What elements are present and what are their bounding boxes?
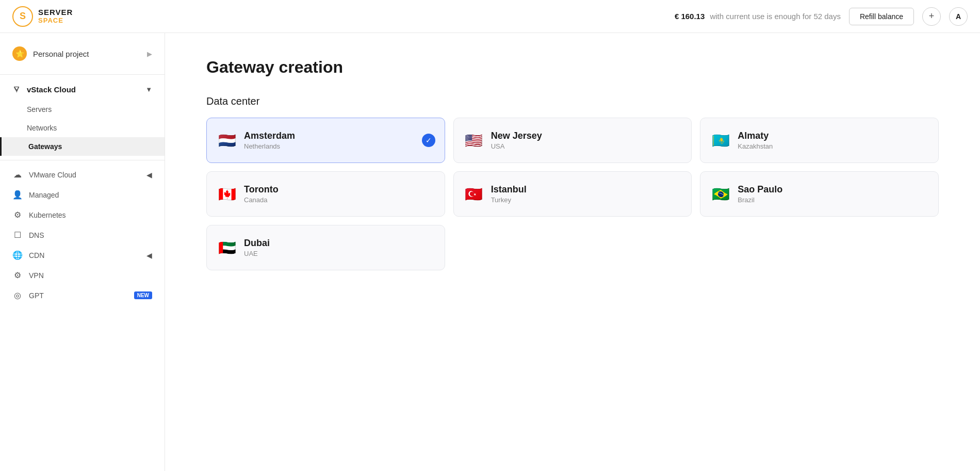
chevron-right-icon: ▶ xyxy=(147,50,152,58)
main-content: Gateway creation Data center 🇳🇱 Amsterda… xyxy=(165,33,980,471)
datacenter-card-toronto[interactable]: 🇨🇦 Toronto Canada xyxy=(206,171,445,217)
cdn-arrow-icon: ◀ xyxy=(146,251,152,259)
dc-country-istanbul: Turkey xyxy=(491,196,681,204)
flag-icon-istanbul: 🇹🇷 xyxy=(464,184,484,204)
logo-icon: S xyxy=(12,6,33,27)
datacenter-card-istanbul[interactable]: 🇹🇷 Istanbul Turkey xyxy=(453,171,692,217)
sidebar-service-kubernetes[interactable]: ⚙ Kubernetes xyxy=(0,205,165,225)
sidebar-item-networks[interactable]: Networks xyxy=(0,119,165,137)
balance-amount: € 160.13 xyxy=(675,12,705,21)
project-icon: ⭐ xyxy=(12,46,27,61)
cdn-label: CDN xyxy=(29,251,44,259)
dns-label: DNS xyxy=(29,231,44,239)
header: S SERVER SPACE € 160.13 with current use… xyxy=(0,0,980,33)
managed-icon: 👤 xyxy=(12,190,23,200)
vstack-icon: ⛛ xyxy=(12,84,22,95)
sidebar-service-managed[interactable]: 👤 Managed xyxy=(0,185,165,205)
project-name: Personal project xyxy=(33,50,89,58)
sidebar: ⭐ Personal project ▶ ⛛ vStack Cloud ▼ Se… xyxy=(0,33,165,471)
layout: ⭐ Personal project ▶ ⛛ vStack Cloud ▼ Se… xyxy=(0,33,980,471)
vmware-arrow-icon: ◀ xyxy=(146,171,152,179)
add-button[interactable]: + xyxy=(922,7,941,26)
dns-icon: ☐ xyxy=(12,230,23,240)
dc-city-sao-paulo: Sao Paulo xyxy=(738,184,928,195)
vmware-label: VMware Cloud xyxy=(29,171,76,179)
dc-city-dubai: Dubai xyxy=(244,238,434,249)
sidebar-item-gateways[interactable]: Gateways xyxy=(0,137,165,156)
dc-country-dubai: UAE xyxy=(244,250,434,257)
avatar[interactable]: A xyxy=(949,7,968,26)
sidebar-project-section: ⭐ Personal project ▶ xyxy=(0,41,165,70)
kubernetes-icon: ⚙ xyxy=(12,210,23,220)
datacenter-grid: 🇳🇱 Amsterdam Netherlands ✓ 🇺🇸 New Jersey… xyxy=(206,118,939,270)
sidebar-vstack-header[interactable]: ⛛ vStack Cloud ▼ xyxy=(0,79,165,100)
sidebar-service-dns[interactable]: ☐ DNS xyxy=(0,225,165,245)
dc-country-toronto: Canada xyxy=(244,196,434,204)
dc-city-istanbul: Istanbul xyxy=(491,184,681,195)
sidebar-service-gpt[interactable]: ◎ GPT NEW xyxy=(0,285,165,305)
dc-country-almaty: Kazakhstan xyxy=(738,142,928,150)
logo-text: SERVER SPACE xyxy=(38,8,73,24)
chevron-down-icon: ▼ xyxy=(145,86,152,93)
sidebar-project[interactable]: ⭐ Personal project ▶ xyxy=(0,41,165,66)
balance-display: € 160.13 with current use is enough for … xyxy=(675,12,841,21)
datacenter-card-almaty[interactable]: 🇰🇿 Almaty Kazakhstan xyxy=(700,118,939,163)
logo-server-label: SERVER xyxy=(38,8,73,17)
dc-city-toronto: Toronto xyxy=(244,184,434,195)
vpn-label: VPN xyxy=(29,271,44,280)
sidebar-service-cdn[interactable]: 🌐 CDN ◀ xyxy=(0,245,165,265)
dc-selected-check-amsterdam: ✓ xyxy=(422,134,435,147)
datacenter-section-title: Data center xyxy=(206,95,939,107)
header-right: € 160.13 with current use is enough for … xyxy=(675,7,968,26)
datacenter-card-dubai[interactable]: 🇦🇪 Dubai UAE xyxy=(206,225,445,270)
vmware-icon: ☁ xyxy=(12,170,23,180)
datacenter-card-new-jersey[interactable]: 🇺🇸 New Jersey USA xyxy=(453,118,692,163)
page-title: Gateway creation xyxy=(206,58,939,77)
dc-city-new-jersey: New Jersey xyxy=(491,131,681,141)
dc-country-amsterdam: Netherlands xyxy=(244,142,434,150)
logo-space-label: SPACE xyxy=(38,17,73,24)
flag-icon-toronto: 🇨🇦 xyxy=(217,184,237,204)
datacenter-card-amsterdam[interactable]: 🇳🇱 Amsterdam Netherlands ✓ xyxy=(206,118,445,163)
gpt-new-badge: NEW xyxy=(134,291,152,299)
refill-balance-button[interactable]: Refill balance xyxy=(849,8,914,25)
datacenter-card-sao-paulo[interactable]: 🇧🇷 Sao Paulo Brazil xyxy=(700,171,939,217)
sidebar-divider-1 xyxy=(0,74,165,75)
balance-description: with current use is enough for 52 days xyxy=(710,12,840,21)
flag-icon-new-jersey: 🇺🇸 xyxy=(464,131,484,150)
sidebar-nav: Servers Networks Gateways xyxy=(0,100,165,156)
flag-icon-amsterdam: 🇳🇱 xyxy=(217,131,237,150)
logo: S SERVER SPACE xyxy=(12,6,73,27)
dc-city-almaty: Almaty xyxy=(738,131,928,141)
flag-icon-dubai: 🇦🇪 xyxy=(217,238,237,257)
kubernetes-label: Kubernetes xyxy=(29,211,66,219)
flag-icon-sao-paulo: 🇧🇷 xyxy=(711,184,730,204)
flag-icon-almaty: 🇰🇿 xyxy=(711,131,730,150)
sidebar-service-vpn[interactable]: ⚙ VPN xyxy=(0,265,165,285)
vstack-label: vStack Cloud xyxy=(27,85,76,94)
managed-label: Managed xyxy=(29,191,59,199)
sidebar-divider-2 xyxy=(0,160,165,160)
dc-country-sao-paulo: Brazil xyxy=(738,196,928,204)
cdn-icon: 🌐 xyxy=(12,250,23,260)
vpn-icon: ⚙ xyxy=(12,270,23,280)
dc-city-amsterdam: Amsterdam xyxy=(244,131,434,141)
sidebar-item-servers[interactable]: Servers xyxy=(0,100,165,119)
gpt-icon: ◎ xyxy=(12,290,23,300)
dc-country-new-jersey: USA xyxy=(491,142,681,150)
gpt-label: GPT xyxy=(29,291,44,300)
sidebar-service-vmware[interactable]: ☁ VMware Cloud ◀ xyxy=(0,165,165,185)
